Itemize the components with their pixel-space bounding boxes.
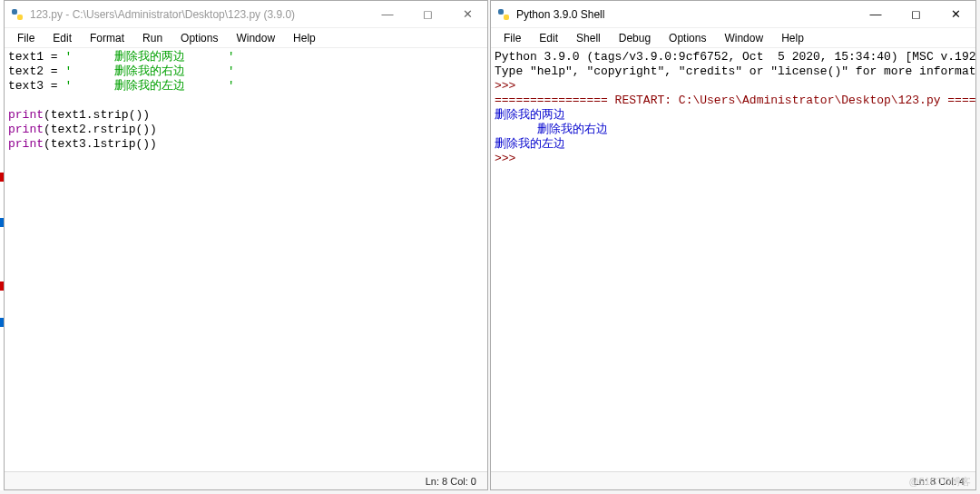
menu-shell[interactable]: Shell [567, 30, 610, 46]
menubar: File Edit Shell Debug Options Window Hel… [491, 28, 975, 48]
menu-help[interactable]: Help [772, 30, 813, 46]
code-string: ' 删除我的右边 ' [64, 64, 234, 78]
maximize-button[interactable]: ◻ [407, 1, 447, 28]
menu-edit[interactable]: Edit [530, 30, 567, 46]
code-token: = [51, 50, 65, 64]
python-icon [496, 7, 511, 22]
python-icon [10, 7, 24, 22]
code-func: print [8, 137, 44, 151]
shell-prompt: >>> [495, 152, 523, 165]
code-token: text3 [8, 79, 51, 93]
window-title: 123.py - C:\Users\Administrator\Desktop\… [30, 8, 368, 21]
code-func: print [8, 123, 44, 136]
svg-rect-0 [12, 9, 17, 15]
menu-debug[interactable]: Debug [610, 30, 660, 46]
shell-banner: Python 3.9.0 (tags/v3.9.0:9cf6752, Oct 5… [495, 50, 975, 64]
svg-rect-1 [17, 15, 23, 20]
menu-options[interactable]: Options [172, 30, 227, 46]
close-button[interactable]: ✕ [447, 1, 487, 28]
maximize-button[interactable]: ◻ [896, 1, 936, 28]
shell-stdout: 删除我的右边 [495, 123, 608, 136]
statusbar: Ln: 8 Col: 0 [5, 471, 487, 489]
menu-options[interactable]: Options [660, 30, 715, 46]
shell-stdout: 删除我的左边 [495, 137, 608, 151]
svg-rect-3 [504, 15, 509, 20]
window-controls: — ◻ ✕ [368, 1, 487, 28]
window-controls: — ◻ ✕ [856, 1, 975, 28]
menubar: File Edit Format Run Options Window Help [5, 28, 487, 48]
titlebar[interactable]: Python 3.9.0 Shell — ◻ ✕ [491, 1, 975, 28]
shell-output[interactable]: Python 3.9.0 (tags/v3.9.0:9cf6752, Oct 5… [491, 48, 975, 471]
watermark: @51CTO博客 [909, 475, 971, 489]
code-token: text1 [8, 50, 51, 64]
svg-rect-2 [498, 9, 504, 15]
shell-restart-line: ================ RESTART: C:\Users\Admin… [495, 94, 975, 107]
menu-window[interactable]: Window [715, 30, 772, 46]
shell-prompt: >>> [495, 79, 523, 93]
code-token: (text3.lstrip()) [44, 137, 157, 151]
menu-format[interactable]: Format [81, 30, 133, 46]
menu-window[interactable]: Window [227, 30, 284, 46]
menu-file[interactable]: File [495, 30, 530, 46]
titlebar[interactable]: 123.py - C:\Users\Administrator\Desktop\… [5, 1, 487, 28]
code-token: = [51, 64, 65, 78]
python-shell-window: Python 3.9.0 Shell — ◻ ✕ File Edit Shell… [490, 0, 976, 490]
code-token: (text1.strip()) [44, 108, 150, 122]
statusbar: Ln: 8 Col: 4 [491, 471, 975, 489]
code-editor[interactable]: text1 = ' 删除我的两边 ' text2 = ' 删除我的右边 ' te… [5, 48, 487, 471]
code-string: ' 删除我的两边 ' [64, 50, 234, 64]
code-func: print [8, 108, 44, 122]
shell-stdout: 删除我的两边 [495, 108, 565, 122]
menu-run[interactable]: Run [133, 30, 172, 46]
minimize-button[interactable]: — [368, 1, 407, 28]
cursor-position: Ln: 8 Col: 0 [426, 476, 476, 487]
menu-edit[interactable]: Edit [44, 30, 81, 46]
close-button[interactable]: ✕ [936, 1, 975, 28]
code-token: = [51, 79, 65, 93]
menu-help[interactable]: Help [284, 30, 325, 46]
code-token: (text2.rstrip()) [44, 123, 157, 136]
minimize-button[interactable]: — [856, 1, 896, 28]
menu-file[interactable]: File [8, 30, 44, 46]
window-title: Python 3.9.0 Shell [516, 8, 856, 21]
shell-banner: Type "help", "copyright", "credits" or "… [495, 64, 975, 78]
code-string: ' 删除我的左边 ' [64, 79, 234, 93]
code-token: text2 [8, 64, 51, 78]
idle-editor-window: 123.py - C:\Users\Administrator\Desktop\… [4, 0, 488, 490]
